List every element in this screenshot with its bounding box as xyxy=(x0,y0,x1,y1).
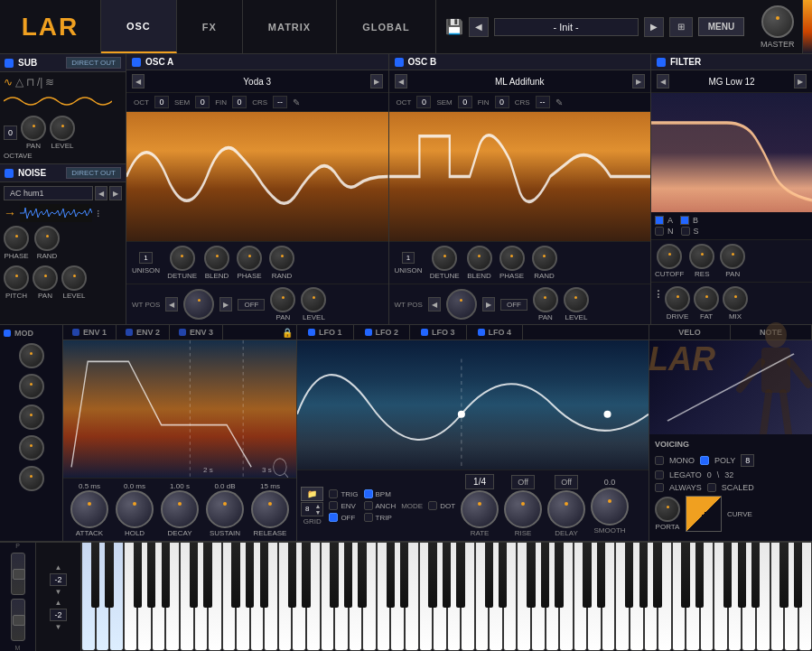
osc-a-oct-val[interactable]: 0 xyxy=(154,96,169,108)
filter-drive-knob[interactable] xyxy=(665,286,690,312)
env-tab-3[interactable]: ENV 3 xyxy=(170,325,223,339)
lfo-delay-knob[interactable] xyxy=(547,490,585,528)
lfo-grid-btn[interactable]: 📁 xyxy=(301,487,323,501)
filter-led[interactable] xyxy=(657,58,666,67)
noise-direct-out[interactable]: DIRECT OUT xyxy=(66,167,121,179)
black-key-24[interactable] xyxy=(428,543,436,608)
osc-b-detune-knob[interactable] xyxy=(432,246,457,271)
osc-a-detune-knob[interactable] xyxy=(170,246,195,271)
lfo-env-checkbox[interactable] xyxy=(329,501,338,510)
osc-a-wt-next[interactable]: ▶ xyxy=(219,297,232,312)
tab-matrix[interactable]: MATRIX xyxy=(243,0,337,53)
voicing-curve-display[interactable] xyxy=(686,496,722,532)
filter-preset-next[interactable]: ▶ xyxy=(794,74,807,88)
filter-checkbox-s[interactable] xyxy=(681,227,690,236)
noise-rand-knob[interactable] xyxy=(34,226,60,251)
keyboard-area[interactable] xyxy=(81,543,812,651)
voicing-always-checkbox[interactable] xyxy=(655,483,664,492)
lfo-rate-knob[interactable] xyxy=(461,490,499,528)
save-icon[interactable]: 💾 xyxy=(445,18,463,35)
osc-a-rand-knob[interactable] xyxy=(269,246,294,271)
osc-b-edit-icon[interactable]: ✎ xyxy=(555,98,563,107)
osc-b-preset-next[interactable]: ▶ xyxy=(632,74,645,88)
preset-grid-btn[interactable]: ⊞ xyxy=(669,17,693,37)
lfo-rise-knob[interactable] xyxy=(504,490,542,528)
voicing-scaled-checkbox[interactable] xyxy=(707,483,716,492)
mod-knob-1[interactable] xyxy=(19,343,44,368)
black-key-31[interactable] xyxy=(527,543,535,608)
env-attack-knob[interactable] xyxy=(70,490,108,528)
osc-b-led[interactable] xyxy=(395,58,404,67)
osc-b-unison-stepper[interactable]: 1 xyxy=(402,252,415,264)
osc-b-oct-val[interactable]: 0 xyxy=(416,96,431,108)
preset-next-btn[interactable]: ▶ xyxy=(644,17,664,37)
black-key-45[interactable] xyxy=(723,543,732,608)
black-key-14[interactable] xyxy=(288,543,296,608)
noise-pitch-knob[interactable] xyxy=(4,265,29,291)
filter-fat-knob[interactable] xyxy=(694,286,719,312)
filter-checkbox-a[interactable] xyxy=(655,216,664,225)
osc-b-wt-prev[interactable]: ◀ xyxy=(428,297,441,312)
osc-b-pan-bottom-knob[interactable] xyxy=(533,287,558,312)
black-key-17[interactable] xyxy=(330,543,338,608)
black-key-40[interactable] xyxy=(653,543,661,608)
env-release-knob[interactable] xyxy=(251,490,289,528)
mod-knob-2[interactable] xyxy=(19,374,44,399)
osc-a-led[interactable] xyxy=(132,58,141,67)
env-sustain-knob[interactable] xyxy=(206,490,244,528)
black-key-32[interactable] xyxy=(541,543,549,608)
lfo-trig-checkbox[interactable] xyxy=(329,489,338,498)
black-key-7[interactable] xyxy=(190,543,198,608)
black-key-38[interactable] xyxy=(625,543,633,608)
mod-knob-3[interactable] xyxy=(19,405,44,430)
filter-checkbox-b[interactable] xyxy=(680,216,689,225)
wave-noise[interactable]: ≋ xyxy=(45,76,54,88)
black-key-46[interactable] xyxy=(738,543,746,608)
black-key-11[interactable] xyxy=(246,543,254,608)
wave-saw[interactable]: /| xyxy=(37,76,42,88)
mod-knob-5[interactable] xyxy=(19,466,44,491)
osc-a-pan-bottom-knob[interactable] xyxy=(270,287,295,312)
sub-level-knob[interactable] xyxy=(50,116,75,141)
sub-pan-knob[interactable] xyxy=(21,116,46,141)
black-key-43[interactable] xyxy=(695,543,704,608)
noise-phase-knob[interactable] xyxy=(4,226,29,251)
black-key-26[interactable] xyxy=(456,543,464,608)
menu-button[interactable]: MENU xyxy=(698,17,744,36)
env-tab-1[interactable]: ENV 1 xyxy=(63,325,117,339)
lfo-tab-1[interactable]: LFO 1 xyxy=(297,325,354,339)
black-key-50[interactable] xyxy=(794,543,802,608)
osc-b-preset-prev[interactable]: ◀ xyxy=(395,74,407,88)
sub-led[interactable] xyxy=(5,59,14,68)
voicing-mono-checkbox[interactable] xyxy=(655,456,664,465)
black-key-42[interactable] xyxy=(681,543,689,608)
pitch-wheel[interactable] xyxy=(11,553,25,595)
lfo-anch-checkbox[interactable] xyxy=(364,501,373,510)
octave-up-down[interactable]: ▼ xyxy=(55,623,62,631)
osc-a-sem-val[interactable]: 0 xyxy=(195,96,210,108)
mod-wheel[interactable] xyxy=(11,599,25,641)
osc-a-preset-next[interactable]: ▶ xyxy=(370,74,383,88)
black-key-47[interactable] xyxy=(751,543,760,608)
voicing-poly-stepper[interactable]: 8 xyxy=(741,454,754,467)
osc-b-crs-val[interactable]: -- xyxy=(536,96,550,108)
octave-up-up[interactable]: ▲ xyxy=(55,599,62,607)
octave-down-down[interactable]: ▼ xyxy=(55,588,62,596)
black-key-12[interactable] xyxy=(260,543,268,608)
black-key-15[interactable] xyxy=(302,543,310,608)
noise-next[interactable]: ▶ xyxy=(109,186,122,200)
osc-b-rand-knob[interactable] xyxy=(532,246,557,271)
lfo-tab-2[interactable]: LFO 2 xyxy=(354,325,411,339)
lfo-tab-4[interactable]: LFO 4 xyxy=(467,325,524,339)
tab-osc[interactable]: OSC xyxy=(101,0,177,53)
env-hold-knob[interactable] xyxy=(116,490,154,528)
filter-pan-knob[interactable] xyxy=(720,244,745,269)
black-key-49[interactable] xyxy=(779,543,788,608)
lfo-bpm-checkbox[interactable] xyxy=(364,489,373,498)
black-key-0[interactable] xyxy=(91,543,99,608)
osc-a-crs-val[interactable]: -- xyxy=(273,96,287,108)
lfo-tab-3[interactable]: LFO 3 xyxy=(410,325,467,339)
black-key-21[interactable] xyxy=(387,543,395,608)
black-key-39[interactable] xyxy=(639,543,648,608)
wave-square[interactable]: ⊓ xyxy=(26,76,34,88)
